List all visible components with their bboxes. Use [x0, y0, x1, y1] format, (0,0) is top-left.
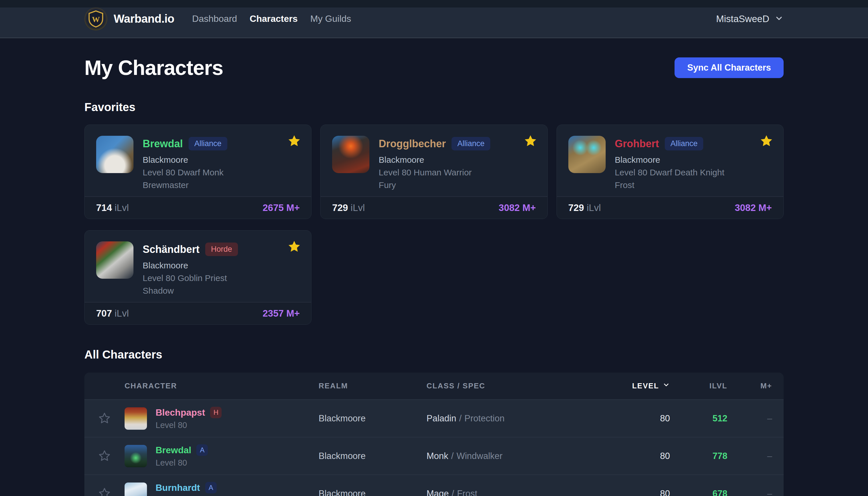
- row-level-label: Level 80: [156, 420, 221, 430]
- sync-all-characters-button[interactable]: Sync All Characters: [675, 58, 784, 78]
- character-avatar: [96, 242, 134, 279]
- faction-badge: A: [205, 482, 217, 493]
- brand-shield-icon: W: [84, 7, 107, 30]
- mplus-cell: –: [767, 489, 772, 496]
- favorite-card-brewdal[interactable]: Brewdal Alliance Blackmoore Level 80 Dwa…: [84, 125, 311, 219]
- character-avatar: [332, 136, 369, 173]
- navbar: W Warband.io Dashboard Characters My Gui…: [0, 0, 868, 38]
- favorite-toggle-star-icon[interactable]: [84, 412, 125, 425]
- favorites-grid: Brewdal Alliance Blackmoore Level 80 Dwa…: [84, 125, 784, 325]
- realm-label: Blackmoore: [143, 261, 238, 270]
- character-name[interactable]: Brewdal: [156, 445, 191, 455]
- realm-cell: Blackmoore: [319, 489, 427, 496]
- user-name: MistaSweeD: [716, 14, 769, 25]
- favorite-card-grohbert[interactable]: Grohbert Alliance Blackmoore Level 80 Dw…: [557, 125, 784, 219]
- user-menu[interactable]: MistaSweeD: [716, 14, 784, 25]
- character-avatar: [125, 445, 147, 467]
- favorite-star-icon[interactable]: [287, 240, 301, 255]
- level-cell: 80: [660, 451, 670, 461]
- column-header-mplus: M+: [760, 382, 772, 390]
- spec-label: Fury: [378, 180, 490, 190]
- level-race-class-label: Level 80 Dwarf Monk: [143, 168, 227, 177]
- column-header-ilvl: ILVL: [710, 382, 727, 390]
- realm-cell: Blackmoore: [319, 451, 427, 461]
- ilvl-label: iLvl: [112, 308, 129, 319]
- table-row-brewdal[interactable]: Brewdal A Level 80 Blackmoore Monk/Windw…: [84, 437, 784, 475]
- character-avatar: [568, 136, 606, 173]
- faction-badge: Alliance: [665, 137, 703, 151]
- nav-link-my-guilds[interactable]: My Guilds: [310, 14, 351, 24]
- character-avatar: [96, 136, 134, 173]
- level-race-class-label: Level 80 Goblin Priest: [143, 273, 238, 283]
- ilvl-label: iLvl: [348, 202, 365, 213]
- character-name: Grohbert: [615, 138, 659, 150]
- favorite-star-icon[interactable]: [287, 134, 301, 150]
- ilvl-label: iLvl: [112, 202, 129, 213]
- mplus-cell: –: [767, 413, 772, 424]
- class-spec-cell: Monk/Windwalker: [427, 451, 618, 461]
- faction-badge: Alliance: [451, 137, 490, 151]
- character-name: Drogglbecher: [378, 138, 446, 150]
- ilvl-value: 729: [568, 202, 584, 213]
- character-avatar: [125, 407, 147, 430]
- level-cell: 80: [660, 489, 670, 496]
- mplus-score: 2357 M+: [263, 308, 300, 319]
- chevron-down-icon: [774, 14, 784, 24]
- spec-label: Brewmaster: [143, 180, 227, 190]
- favorite-star-icon[interactable]: [759, 134, 774, 150]
- realm-label: Blackmoore: [143, 155, 227, 165]
- mplus-score: 3082 M+: [735, 202, 772, 213]
- realm-label: Blackmoore: [615, 155, 725, 165]
- faction-badge: Alliance: [189, 137, 227, 151]
- row-level-label: Level 80: [156, 458, 208, 468]
- characters-table: CHARACTER REALM CLASS / SPEC LEVEL ILVL …: [84, 373, 784, 496]
- favorite-card-drogglbecher[interactable]: Drogglbecher Alliance Blackmoore Level 8…: [320, 125, 547, 219]
- spec-label: Shadow: [143, 286, 238, 296]
- table-row-burnhardt[interactable]: Burnhardt A Level 80 Blackmoore Mage/Fro…: [84, 475, 784, 496]
- faction-badge: Horde: [205, 243, 238, 256]
- realm-label: Blackmoore: [378, 155, 490, 165]
- mplus-score: 3082 M+: [499, 202, 536, 213]
- realm-cell: Blackmoore: [319, 413, 427, 424]
- ilvl-label: iLvl: [584, 202, 601, 213]
- level-race-class-label: Level 80 Dwarf Death Knight: [615, 168, 725, 177]
- nav-links: Dashboard Characters My Guilds: [192, 14, 351, 24]
- spec-label: Frost: [615, 180, 725, 190]
- brand-name[interactable]: Warband.io: [114, 12, 174, 25]
- ilvl-value: 707: [96, 308, 112, 319]
- column-header-level[interactable]: LEVEL: [632, 381, 670, 391]
- ilvl-cell: 678: [712, 489, 727, 496]
- column-header-class-spec: CLASS / SPEC: [427, 382, 618, 390]
- character-name[interactable]: Blechpapst: [156, 407, 205, 418]
- favorite-star-icon[interactable]: [523, 134, 538, 150]
- mplus-score: 2675 M+: [263, 202, 300, 213]
- class-spec-cell: Mage/Frost: [427, 489, 618, 496]
- ilvl-cell: 778: [712, 451, 727, 461]
- favorite-card-schaendbert[interactable]: Schändbert Horde Blackmoore Level 80 Gob…: [84, 230, 311, 325]
- faction-badge: H: [210, 407, 221, 418]
- svg-text:W: W: [92, 15, 100, 24]
- column-header-character: CHARACTER: [125, 382, 319, 390]
- title-row: My Characters Sync All Characters: [84, 56, 784, 79]
- nav-link-dashboard[interactable]: Dashboard: [192, 14, 237, 24]
- card-footer: 729 iLvl 3082 M+: [557, 196, 783, 219]
- ilvl-value: 729: [332, 202, 348, 213]
- sort-descending-icon: [663, 381, 670, 391]
- card-footer: 729 iLvl 3082 M+: [321, 196, 547, 219]
- card-footer: 707 iLvl 2357 M+: [85, 302, 311, 324]
- character-name: Schändbert: [143, 244, 200, 255]
- favorite-toggle-star-icon[interactable]: [84, 487, 125, 496]
- all-characters-heading: All Characters: [84, 348, 784, 361]
- ilvl-cell: 512: [712, 413, 727, 424]
- character-avatar: [125, 482, 147, 496]
- favorites-heading: Favorites: [84, 101, 784, 114]
- ilvl-value: 714: [96, 202, 112, 213]
- nav-link-characters[interactable]: Characters: [250, 14, 298, 24]
- faction-badge: A: [196, 444, 208, 456]
- favorite-toggle-star-icon[interactable]: [84, 450, 125, 462]
- level-race-class-label: Level 80 Human Warrior: [378, 168, 490, 177]
- table-row-blechpapst[interactable]: Blechpapst H Level 80 Blackmoore Paladin…: [84, 399, 784, 437]
- column-header-realm: REALM: [319, 382, 427, 390]
- character-name[interactable]: Burnhardt: [156, 482, 200, 493]
- page-title: My Characters: [84, 56, 223, 79]
